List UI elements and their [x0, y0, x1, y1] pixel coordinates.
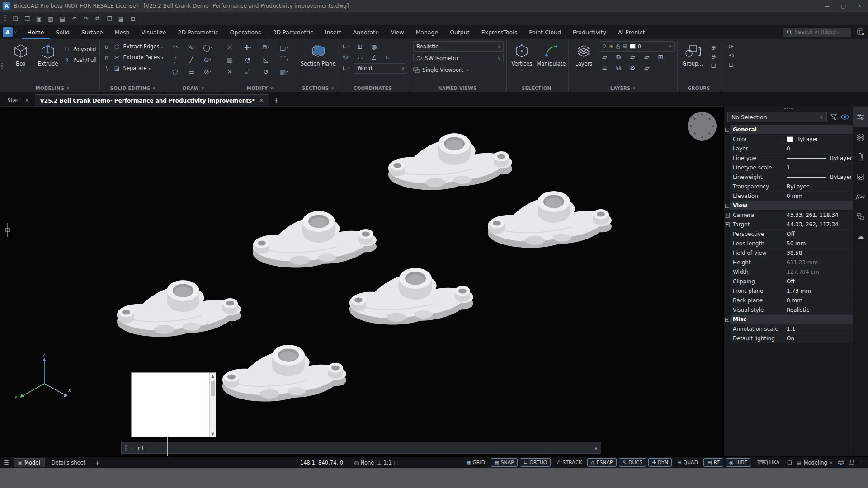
property-row[interactable]: Camera 43.33, 261, 118.34: [724, 211, 853, 220]
paste-icon[interactable]: ⧉: [93, 14, 103, 23]
manipulate-button[interactable]: Manipulate: [537, 41, 566, 68]
erase-icon[interactable]: ✕: [224, 68, 236, 75]
application-button[interactable]: A ∨: [3, 27, 17, 37]
document-tab[interactable]: Start ✕: [2, 94, 35, 106]
maximize-button[interactable]: ▢: [841, 3, 845, 9]
boolean-icon[interactable]: ∩: [103, 54, 111, 61]
push-pull-button[interactable]: ⇳ Push/Pull: [63, 55, 97, 66]
save-icon[interactable]: ▣: [34, 14, 44, 23]
command-history-expand-icon[interactable]: ▲: [595, 446, 597, 450]
spline-icon[interactable]: ∫: [169, 56, 181, 63]
offset-icon[interactable]: ↺: [260, 68, 272, 75]
ribbon-tab[interactable]: 2D Parametric: [172, 25, 224, 39]
suggestion-list[interactable]: [132, 373, 209, 437]
layers-button[interactable]: Layers: [571, 41, 596, 68]
properties-icon[interactable]: ▦: [116, 14, 126, 23]
bell-crank-part[interactable]: [488, 191, 612, 248]
ribbon-grip[interactable]: [1, 63, 3, 70]
layer-lock-icon[interactable]: ▱: [641, 53, 652, 61]
close-tab-icon[interactable]: ✕: [259, 98, 263, 103]
status-toggle[interactable]: CTRL HKA: [754, 459, 783, 466]
polyline-icon[interactable]: ∿: [185, 44, 197, 51]
ribbon-tab[interactable]: Operations: [224, 25, 267, 39]
property-row[interactable]: Clipping Off: [724, 277, 853, 286]
section-plane-button[interactable]: Section Plane: [303, 41, 333, 68]
layer-isolate-icon[interactable]: ▱: [599, 53, 610, 61]
viewport-3d[interactable]: Z Y X ▲ ▼ : rt ▲: [0, 106, 723, 456]
panel-grip[interactable]: [724, 106, 853, 111]
ucs-view-icon[interactable]: ∟: [340, 65, 352, 72]
property-row[interactable]: Visual style Realistic: [724, 305, 853, 315]
status-menu-icon[interactable]: ☰: [4, 459, 9, 466]
bell-crank-part[interactable]: [349, 268, 473, 325]
ribbon-tab[interactable]: Surface: [75, 25, 109, 39]
property-row[interactable]: Linetype scale 1: [724, 163, 853, 173]
layout-tab[interactable]: Details sheet: [47, 459, 90, 467]
command-suggestion-popup[interactable]: ▲ ▼: [131, 372, 216, 437]
property-row[interactable]: Annotation scale 1:1: [724, 324, 853, 334]
copy-icon[interactable]: ⧉: [260, 43, 272, 51]
solid-tool-icon[interactable]: ✂: [113, 54, 121, 61]
trim-icon[interactable]: ⤫: [224, 43, 236, 51]
property-row[interactable]: Height 611.23 mm: [724, 258, 853, 267]
panel-caption[interactable]: DRAW: [169, 84, 218, 92]
section-header-misc[interactable]: − Misc: [724, 315, 853, 324]
annotation-scale-control[interactable]: ◍ None: [354, 460, 374, 466]
layer-on-icon[interactable]: ≡: [599, 64, 610, 71]
new-file-icon[interactable]: ❏: [10, 14, 20, 23]
pick-icon[interactable]: ⊡: [128, 14, 138, 23]
selection-modes-icon[interactable]: ⊡: [725, 60, 737, 69]
ucs-face-icon[interactable]: ▱: [354, 54, 366, 61]
boolean-icon[interactable]: ∖: [103, 65, 111, 72]
layers-manager-icon[interactable]: ⧉: [613, 53, 624, 61]
scale-icon[interactable]: ⤢: [242, 68, 254, 75]
stretch-icon[interactable]: ▥: [224, 56, 236, 63]
ribbon-tab[interactable]: Output: [444, 25, 475, 39]
section-header-general[interactable]: − General: [724, 125, 853, 135]
ucs-entity-icon[interactable]: ∠: [368, 54, 380, 61]
ribbon-tab[interactable]: ExpressTools: [476, 25, 524, 39]
redo-view-icon[interactable]: ⟳: [725, 42, 737, 51]
solid-tool-icon[interactable]: ⬡: [113, 43, 121, 50]
ribbon-search[interactable]: [783, 28, 851, 37]
undo-view-icon[interactable]: ⟲: [725, 51, 737, 60]
add-layout-button[interactable]: +: [92, 459, 103, 466]
close-tab-icon[interactable]: ✕: [25, 98, 29, 103]
edit-group-icon[interactable]: ⊟: [708, 61, 719, 70]
model-tab[interactable]: ▣ Model: [14, 458, 45, 467]
overflow-menu-icon[interactable]: ⋮: [859, 460, 865, 466]
ribbon-config-icon[interactable]: [857, 28, 865, 36]
property-row[interactable]: Transparency ByLayer: [724, 182, 853, 192]
polysolid-button[interactable]: ⌸ Polysolid: [63, 44, 97, 55]
layout-switch-icon[interactable]: ❏: [787, 460, 792, 466]
ucs-world-select[interactable]: World: [354, 63, 407, 74]
scrollbar-thumb[interactable]: [211, 381, 215, 396]
layer-freeze-icon[interactable]: ▱: [627, 53, 638, 61]
bell-icon[interactable]: [849, 460, 855, 466]
fillet-icon[interactable]: ⌒: [278, 56, 290, 64]
filter-icon[interactable]: [830, 114, 837, 120]
status-toggle[interactable]: ✚ DYN: [648, 458, 672, 467]
collapse-icon[interactable]: −: [724, 204, 730, 208]
panel-caption[interactable]: MODIFY: [224, 84, 296, 92]
copy-icon[interactable]: ❐: [104, 14, 114, 23]
ellipse-icon[interactable]: ⊖: [202, 56, 213, 63]
status-toggle[interactable]: ∟ ORTHO: [520, 458, 551, 467]
property-row[interactable]: Color ByLayer: [724, 135, 853, 144]
ribbon-tab[interactable]: View: [385, 25, 410, 39]
printer-icon[interactable]: [837, 460, 844, 466]
ucs-world-icon[interactable]: ◍: [368, 43, 380, 50]
bell-crank-part[interactable]: [253, 211, 377, 268]
ribbon-tab[interactable]: Mesh: [109, 25, 136, 39]
panel-caption[interactable]: LAYERS: [571, 84, 675, 92]
solid-editing-button[interactable]: Extrude Faces: [123, 54, 164, 61]
status-toggle[interactable]: ⊞ QUAD: [674, 459, 701, 466]
command-line-grip[interactable]: [125, 445, 127, 451]
close-button[interactable]: ✕: [858, 3, 862, 9]
array-icon[interactable]: ▦: [278, 68, 290, 75]
command-line[interactable]: : rt ▲: [121, 442, 601, 454]
property-row[interactable]: Front plane 1.73 mm: [724, 286, 853, 296]
search-input[interactable]: [795, 29, 844, 35]
ribbon-tab[interactable]: Insert: [319, 25, 347, 39]
solid-tool-icon[interactable]: ◪: [113, 65, 121, 72]
